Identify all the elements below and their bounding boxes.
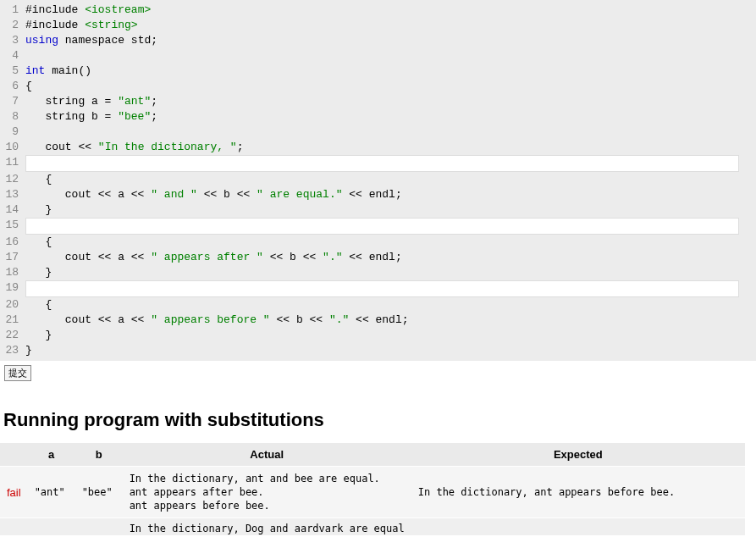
line-number: 9 (0, 125, 25, 140)
line-number: 8 (0, 109, 25, 125)
code-line: 20 { (0, 297, 756, 313)
line-number: 1 (0, 3, 25, 18)
code-line: 8 string b = "bee"; (0, 109, 756, 125)
row2-b (75, 518, 123, 536)
line-number: 15 (0, 218, 25, 235)
line-number: 18 (0, 265, 25, 280)
results-th-expected: Expected (411, 443, 745, 467)
submit-button[interactable]: 提交 (4, 365, 31, 381)
line-number: 17 (0, 250, 25, 265)
line-number: 10 (0, 140, 25, 155)
code-line: 23} (0, 343, 756, 358)
line-number: 22 (0, 328, 25, 343)
code-line: 22 } (0, 328, 756, 343)
line-number: 11 (0, 155, 25, 172)
code-text: } (25, 265, 756, 280)
code-line: 10 cout << "In the dictionary, "; (0, 140, 756, 155)
code-line: 15 (0, 218, 756, 235)
code-text: } (25, 343, 756, 358)
code-line: 18 } (0, 265, 756, 280)
code-text: cout << "In the dictionary, "; (25, 140, 756, 155)
code-text: } (25, 202, 756, 218)
row-b-value: "bee" (75, 467, 123, 518)
code-line: 9 (0, 125, 756, 140)
results-table: a b Actual Expected fail "ant" "bee" In … (0, 443, 745, 535)
line-number: 3 (0, 33, 25, 48)
line-number: 13 (0, 187, 25, 202)
row2-status (0, 518, 28, 536)
line-number: 4 (0, 48, 25, 64)
code-line: 16 { (0, 235, 756, 250)
code-line: 4 (0, 48, 756, 64)
line-number: 12 (0, 172, 25, 187)
code-text: } (25, 328, 756, 343)
line-number: 16 (0, 235, 25, 250)
line-number: 14 (0, 202, 25, 218)
row-actual: In the dictionary, ant and bee are equal… (123, 467, 411, 518)
code-line: 19 (0, 280, 756, 297)
row-a-value: "ant" (28, 467, 75, 518)
code-text[interactable] (25, 280, 739, 297)
row2-expected (411, 518, 745, 536)
line-number: 19 (0, 280, 25, 297)
code-line: 12 { (0, 172, 756, 187)
code-editor[interactable]: 1#include <iostream>2#include <string>3u… (0, 0, 756, 361)
row-status: fail (0, 467, 28, 518)
code-line: 13 cout << a << " and " << b << " are eq… (0, 187, 756, 202)
code-text: string b = "bee"; (25, 109, 756, 125)
code-line: 17 cout << a << " appears after " << b <… (0, 250, 756, 265)
code-text: #include <iostream> (25, 3, 756, 18)
code-line: 14 } (0, 202, 756, 218)
code-line: 5int main() (0, 64, 756, 79)
code-line: 7 string a = "ant"; (0, 94, 756, 109)
line-number: 23 (0, 343, 25, 358)
line-number: 2 (0, 18, 25, 33)
results-th-status (0, 443, 28, 467)
code-text[interactable] (25, 218, 739, 235)
code-text: { (25, 79, 756, 94)
code-text: int main() (25, 64, 756, 79)
row-expected: In the dictionary, ant appears before be… (411, 467, 745, 518)
code-line: 6{ (0, 79, 756, 94)
code-text (25, 48, 756, 64)
results-th-b: b (75, 443, 123, 467)
row2-a (28, 518, 75, 536)
code-text: cout << a << " appears before " << b << … (25, 313, 756, 328)
code-text: #include <string> (25, 18, 756, 33)
line-number: 6 (0, 79, 25, 94)
code-line: 21 cout << a << " appears before " << b … (0, 313, 756, 328)
code-line: 1#include <iostream> (0, 3, 756, 18)
code-line: 3using namespace std; (0, 33, 756, 48)
code-text: string a = "ant"; (25, 94, 756, 109)
results-th-a: a (28, 443, 75, 467)
results-th-actual: Actual (123, 443, 411, 467)
code-text: { (25, 172, 756, 187)
code-text: cout << a << " and " << b << " are equal… (25, 187, 756, 202)
line-number: 20 (0, 297, 25, 313)
code-line: 11 (0, 155, 756, 172)
code-text: { (25, 235, 756, 250)
results-heading: Running program with substitutions (3, 409, 756, 431)
code-text (25, 125, 756, 140)
line-number: 21 (0, 313, 25, 328)
row2-actual: In the dictionary, Dog and aardvark are … (123, 518, 411, 536)
code-text[interactable] (25, 155, 739, 172)
code-text: cout << a << " appears after " << b << "… (25, 250, 756, 265)
code-line: 2#include <string> (0, 18, 756, 33)
code-text: using namespace std; (25, 33, 756, 48)
line-number: 5 (0, 64, 25, 79)
code-text: { (25, 297, 756, 313)
line-number: 7 (0, 94, 25, 109)
